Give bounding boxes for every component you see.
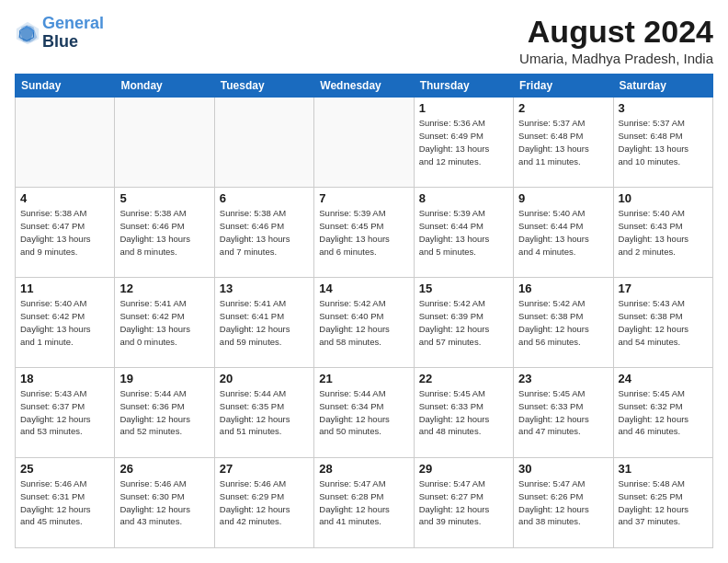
day-info: Sunrise: 5:44 AM Sunset: 6:35 PM Dayligh… — [220, 387, 309, 438]
day-info: Sunrise: 5:44 AM Sunset: 6:36 PM Dayligh… — [119, 387, 209, 438]
day-info: Sunrise: 5:47 AM Sunset: 6:26 PM Dayligh… — [518, 477, 608, 528]
day-number: 9 — [518, 191, 608, 205]
day-info: Sunrise: 5:42 AM Sunset: 6:39 PM Dayligh… — [419, 297, 508, 348]
day-number: 3 — [619, 101, 708, 115]
day-info: Sunrise: 5:47 AM Sunset: 6:28 PM Dayligh… — [319, 477, 408, 528]
day-number: 28 — [319, 462, 408, 476]
logo-icon — [15, 20, 40, 46]
day-info: Sunrise: 5:45 AM Sunset: 6:33 PM Dayligh… — [419, 387, 508, 438]
calendar-header-row: Sunday Monday Tuesday Wednesday Thursday… — [16, 75, 713, 98]
subtitle: Umaria, Madhya Pradesh, India — [519, 51, 713, 66]
calendar-cell — [214, 98, 313, 188]
day-number: 25 — [20, 462, 109, 476]
calendar-cell: 7Sunrise: 5:39 AM Sunset: 6:45 PM Daylig… — [314, 188, 414, 278]
day-info: Sunrise: 5:38 AM Sunset: 6:47 PM Dayligh… — [20, 207, 109, 258]
header: General Blue August 2024 Umaria, Madhya … — [15, 15, 713, 66]
calendar-cell: 14Sunrise: 5:42 AM Sunset: 6:40 PM Dayli… — [314, 278, 414, 368]
day-number: 23 — [518, 372, 608, 385]
calendar-body: 1Sunrise: 5:36 AM Sunset: 6:49 PM Daylig… — [16, 98, 713, 548]
calendar-cell: 9Sunrise: 5:40 AM Sunset: 6:44 PM Daylig… — [514, 188, 613, 278]
page: General Blue August 2024 Umaria, Madhya … — [0, 0, 728, 563]
calendar-cell: 31Sunrise: 5:48 AM Sunset: 6:25 PM Dayli… — [613, 458, 712, 548]
day-number: 24 — [619, 372, 708, 385]
day-number: 26 — [119, 462, 209, 476]
day-number: 30 — [518, 462, 608, 476]
day-number: 8 — [419, 191, 508, 205]
day-info: Sunrise: 5:40 AM Sunset: 6:42 PM Dayligh… — [20, 297, 109, 348]
day-info: Sunrise: 5:39 AM Sunset: 6:45 PM Dayligh… — [319, 207, 408, 258]
calendar-week-3: 18Sunrise: 5:43 AM Sunset: 6:37 PM Dayli… — [16, 368, 713, 458]
day-info: Sunrise: 5:46 AM Sunset: 6:31 PM Dayligh… — [20, 477, 109, 528]
day-number: 27 — [220, 462, 309, 476]
day-number: 13 — [220, 282, 309, 295]
day-number: 29 — [419, 462, 508, 476]
col-friday: Friday — [514, 75, 613, 98]
day-number: 15 — [419, 282, 508, 295]
calendar-cell: 16Sunrise: 5:42 AM Sunset: 6:38 PM Dayli… — [514, 278, 613, 368]
calendar-cell: 5Sunrise: 5:38 AM Sunset: 6:46 PM Daylig… — [115, 188, 214, 278]
col-monday: Monday — [115, 75, 214, 98]
day-info: Sunrise: 5:37 AM Sunset: 6:48 PM Dayligh… — [518, 117, 608, 167]
day-number: 18 — [20, 372, 109, 385]
day-number: 5 — [119, 191, 209, 205]
day-info: Sunrise: 5:46 AM Sunset: 6:30 PM Dayligh… — [119, 477, 209, 528]
calendar-cell: 18Sunrise: 5:43 AM Sunset: 6:37 PM Dayli… — [16, 368, 115, 458]
calendar-week-4: 25Sunrise: 5:46 AM Sunset: 6:31 PM Dayli… — [16, 458, 713, 548]
day-number: 7 — [319, 191, 408, 205]
title-block: August 2024 Umaria, Madhya Pradesh, Indi… — [519, 15, 713, 66]
calendar-cell — [115, 98, 214, 188]
calendar-cell: 29Sunrise: 5:47 AM Sunset: 6:27 PM Dayli… — [414, 458, 513, 548]
day-info: Sunrise: 5:38 AM Sunset: 6:46 PM Dayligh… — [119, 207, 209, 258]
day-info: Sunrise: 5:37 AM Sunset: 6:48 PM Dayligh… — [619, 117, 708, 167]
calendar-cell — [314, 98, 414, 188]
day-number: 21 — [319, 372, 408, 385]
col-thursday: Thursday — [414, 75, 513, 98]
day-number: 2 — [518, 101, 608, 115]
calendar-cell: 25Sunrise: 5:46 AM Sunset: 6:31 PM Dayli… — [16, 458, 115, 548]
day-number: 12 — [119, 282, 209, 295]
day-info: Sunrise: 5:40 AM Sunset: 6:44 PM Dayligh… — [518, 207, 608, 258]
calendar-cell: 12Sunrise: 5:41 AM Sunset: 6:42 PM Dayli… — [115, 278, 214, 368]
calendar-cell: 13Sunrise: 5:41 AM Sunset: 6:41 PM Dayli… — [214, 278, 313, 368]
day-number: 11 — [20, 282, 109, 295]
logo-text: General Blue — [42, 15, 104, 52]
day-number: 22 — [419, 372, 508, 385]
day-info: Sunrise: 5:41 AM Sunset: 6:41 PM Dayligh… — [220, 297, 309, 348]
day-number: 31 — [619, 462, 708, 476]
day-info: Sunrise: 5:39 AM Sunset: 6:44 PM Dayligh… — [419, 207, 508, 258]
day-number: 4 — [20, 191, 109, 205]
day-info: Sunrise: 5:46 AM Sunset: 6:29 PM Dayligh… — [220, 477, 309, 528]
calendar-week-0: 1Sunrise: 5:36 AM Sunset: 6:49 PM Daylig… — [16, 98, 713, 188]
calendar-cell: 23Sunrise: 5:45 AM Sunset: 6:33 PM Dayli… — [514, 368, 613, 458]
day-number: 10 — [619, 191, 708, 205]
day-info: Sunrise: 5:36 AM Sunset: 6:49 PM Dayligh… — [419, 117, 508, 167]
calendar-cell — [16, 98, 115, 188]
day-number: 16 — [518, 282, 608, 295]
calendar-week-2: 11Sunrise: 5:40 AM Sunset: 6:42 PM Dayli… — [16, 278, 713, 368]
calendar-cell: 24Sunrise: 5:45 AM Sunset: 6:32 PM Dayli… — [613, 368, 712, 458]
calendar-cell: 20Sunrise: 5:44 AM Sunset: 6:35 PM Dayli… — [214, 368, 313, 458]
calendar-week-1: 4Sunrise: 5:38 AM Sunset: 6:47 PM Daylig… — [16, 188, 713, 278]
main-title: August 2024 — [519, 15, 713, 49]
day-number: 20 — [220, 372, 309, 385]
day-info: Sunrise: 5:43 AM Sunset: 6:38 PM Dayligh… — [619, 297, 708, 348]
col-tuesday: Tuesday — [214, 75, 313, 98]
day-info: Sunrise: 5:45 AM Sunset: 6:33 PM Dayligh… — [518, 387, 608, 438]
day-info: Sunrise: 5:41 AM Sunset: 6:42 PM Dayligh… — [119, 297, 209, 348]
day-info: Sunrise: 5:45 AM Sunset: 6:32 PM Dayligh… — [619, 387, 708, 438]
calendar-cell: 10Sunrise: 5:40 AM Sunset: 6:43 PM Dayli… — [613, 188, 712, 278]
calendar-cell: 4Sunrise: 5:38 AM Sunset: 6:47 PM Daylig… — [16, 188, 115, 278]
calendar-cell: 3Sunrise: 5:37 AM Sunset: 6:48 PM Daylig… — [613, 98, 712, 188]
col-saturday: Saturday — [613, 75, 712, 98]
calendar-cell: 22Sunrise: 5:45 AM Sunset: 6:33 PM Dayli… — [414, 368, 513, 458]
calendar-table: Sunday Monday Tuesday Wednesday Thursday… — [15, 74, 713, 548]
day-number: 6 — [220, 191, 309, 205]
calendar-cell: 30Sunrise: 5:47 AM Sunset: 6:26 PM Dayli… — [514, 458, 613, 548]
calendar-cell: 27Sunrise: 5:46 AM Sunset: 6:29 PM Dayli… — [214, 458, 313, 548]
day-number: 19 — [119, 372, 209, 385]
calendar-cell: 26Sunrise: 5:46 AM Sunset: 6:30 PM Dayli… — [115, 458, 214, 548]
day-info: Sunrise: 5:44 AM Sunset: 6:34 PM Dayligh… — [319, 387, 408, 438]
day-number: 17 — [619, 282, 708, 295]
day-info: Sunrise: 5:42 AM Sunset: 6:40 PM Dayligh… — [319, 297, 408, 348]
calendar-cell: 6Sunrise: 5:38 AM Sunset: 6:46 PM Daylig… — [214, 188, 313, 278]
